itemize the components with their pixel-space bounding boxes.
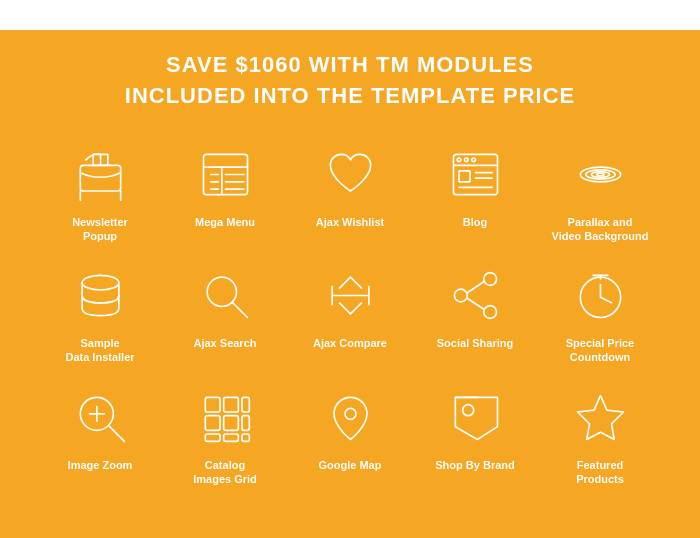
social-sharing-icon <box>443 263 508 328</box>
svg-point-33 <box>454 289 467 302</box>
svg-point-27 <box>207 277 236 306</box>
module-ajax-wishlist: Ajax Wishlist <box>290 137 410 249</box>
module-catalog-images: Catalog Images Grid <box>165 380 285 492</box>
module-google-map: Google Map <box>290 380 410 492</box>
catalog-images-icon <box>193 385 258 450</box>
shop-by-brand-icon <box>443 385 508 450</box>
svg-point-32 <box>483 273 496 286</box>
svg-rect-46 <box>205 397 220 412</box>
svg-rect-48 <box>242 397 249 412</box>
module-parallax: Parallax and Video Background <box>540 137 660 249</box>
parallax-label: Parallax and Video Background <box>552 215 649 244</box>
shop-by-brand-label: Shop By Brand <box>435 458 514 472</box>
svg-rect-52 <box>205 434 220 441</box>
module-shop-by-brand: Shop By Brand <box>415 380 535 492</box>
special-price-label: Special Price Countdown <box>566 336 635 365</box>
ajax-wishlist-label: Ajax Wishlist <box>316 215 384 229</box>
featured-icon <box>568 385 633 450</box>
svg-point-55 <box>345 408 356 419</box>
mega-menu-label: Mega Menu <box>195 215 255 229</box>
image-zoom-label: Image Zoom <box>68 458 133 472</box>
sample-data-label: Sample Data Installer <box>65 336 134 365</box>
google-map-label: Google Map <box>319 458 382 472</box>
parallax-icon <box>568 142 633 207</box>
blog-icon <box>443 142 508 207</box>
svg-line-28 <box>232 303 247 318</box>
module-blog: Blog <box>415 137 535 249</box>
module-ajax-search: Ajax Search <box>165 258 285 370</box>
svg-rect-51 <box>242 415 249 430</box>
ajax-compare-icon <box>318 263 383 328</box>
svg-rect-54 <box>242 434 249 441</box>
social-sharing-label: Social Sharing <box>437 336 513 350</box>
image-zoom-icon <box>68 385 133 450</box>
ajax-wishlist-icon <box>318 142 383 207</box>
sample-data-icon <box>68 263 133 328</box>
svg-line-43 <box>109 426 124 441</box>
newsletter-popup-icon <box>68 142 133 207</box>
svg-line-36 <box>467 298 484 309</box>
blog-label: Blog <box>463 215 487 229</box>
newsletter-popup-label: Newsletter Popup <box>72 215 128 244</box>
svg-rect-53 <box>223 434 238 441</box>
featured-label: Featured Products <box>576 458 624 487</box>
special-price-icon <box>568 263 633 328</box>
svg-rect-50 <box>223 415 238 430</box>
svg-point-21 <box>471 158 475 162</box>
module-image-zoom: Image Zoom <box>40 380 160 492</box>
svg-line-35 <box>467 282 484 293</box>
catalog-images-label: Catalog Images Grid <box>193 458 257 487</box>
ajax-search-icon <box>193 263 258 328</box>
svg-rect-15 <box>459 170 470 181</box>
svg-rect-0 <box>80 165 120 191</box>
ajax-search-label: Ajax Search <box>194 336 257 350</box>
google-map-icon <box>318 385 383 450</box>
svg-point-20 <box>464 158 468 162</box>
svg-point-19 <box>457 158 461 162</box>
svg-rect-47 <box>223 397 238 412</box>
module-social-sharing: Social Sharing <box>415 258 535 370</box>
svg-marker-58 <box>577 395 623 439</box>
svg-point-56 <box>462 404 473 415</box>
main-content: SAVE $1060 WITH TM MODULES INCLUDED INTO… <box>0 30 700 501</box>
module-sample-data: Sample Data Installer <box>40 258 160 370</box>
modules-grid: Newsletter Popup Mega Menu Ajax Wishlist… <box>40 137 660 492</box>
module-newsletter-popup: Newsletter Popup <box>40 137 160 249</box>
svg-point-26 <box>82 276 119 291</box>
headline: SAVE $1060 WITH TM MODULES INCLUDED INTO… <box>40 50 660 112</box>
module-featured: Featured Products <box>540 380 660 492</box>
mega-menu-icon <box>193 142 258 207</box>
module-special-price: Special Price Countdown <box>540 258 660 370</box>
ajax-compare-label: Ajax Compare <box>313 336 387 350</box>
svg-point-34 <box>483 306 496 319</box>
module-mega-menu: Mega Menu <box>165 137 285 249</box>
svg-rect-49 <box>205 415 220 430</box>
module-ajax-compare: Ajax Compare <box>290 258 410 370</box>
svg-line-39 <box>600 298 611 304</box>
top-bar <box>0 0 700 30</box>
svg-point-25 <box>596 173 603 176</box>
